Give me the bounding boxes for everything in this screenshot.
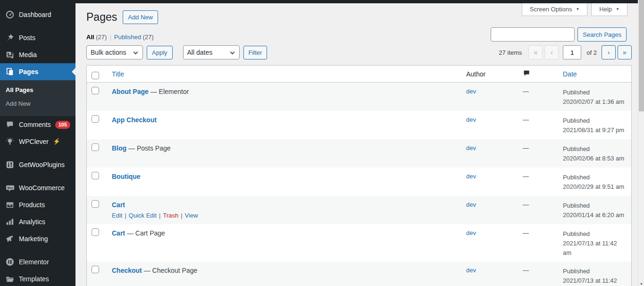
sidebar-item-label: WooCommerce xyxy=(19,184,65,192)
submenu-item-all-pages[interactable]: All Pages xyxy=(0,83,75,97)
filter-button[interactable]: Filter xyxy=(243,46,268,59)
date-value: 2021/07/13 at 11:42 am xyxy=(563,277,617,286)
trash-link[interactable]: Trash xyxy=(163,212,178,219)
submenu-item-label: Add New xyxy=(6,100,31,107)
apply-button[interactable]: Apply xyxy=(147,46,173,59)
status-label: Published xyxy=(563,202,590,209)
status-label: Published xyxy=(563,268,590,275)
author-link[interactable]: dev xyxy=(466,116,476,123)
sidebar-item-dashboard[interactable]: Dashboard xyxy=(0,6,75,23)
author-link[interactable]: dev xyxy=(466,201,476,208)
sidebar-item-label: Analytics xyxy=(19,218,45,226)
first-page-button[interactable]: « xyxy=(528,45,543,59)
table-header-row: Title Author Date xyxy=(87,66,631,83)
comments-value: — xyxy=(518,168,558,196)
scrollbar-thumb[interactable] xyxy=(639,0,644,111)
action-separator: | xyxy=(125,212,126,219)
last-page-button[interactable]: » xyxy=(618,45,632,59)
items-count: 27 items xyxy=(499,49,522,56)
row-checkbox[interactable] xyxy=(92,115,99,123)
row-checkbox[interactable] xyxy=(92,266,99,273)
page-title-link[interactable]: Blog xyxy=(112,144,126,152)
screen-options-label: Screen Options xyxy=(530,6,572,13)
vertical-scrollbar[interactable]: ▼ xyxy=(638,0,644,286)
row-checkbox[interactable] xyxy=(92,87,99,94)
author-link[interactable]: dev xyxy=(466,88,476,95)
page-title-link[interactable]: Cart xyxy=(112,201,125,209)
quick-edit-link[interactable]: Quick Edit xyxy=(129,212,157,219)
author-link[interactable]: dev xyxy=(466,144,476,151)
column-header-title[interactable]: Title xyxy=(107,66,461,83)
status-label: Published xyxy=(563,230,590,237)
author-link[interactable]: dev xyxy=(466,229,476,236)
column-header-date[interactable]: Date xyxy=(558,66,631,83)
sidebar-item-label: Media xyxy=(19,50,37,59)
svg-text:Woo: Woo xyxy=(7,186,13,189)
chevron-down-icon xyxy=(230,50,234,55)
date-cell: Published2020/02/06 at 8:53 am xyxy=(558,139,631,168)
column-header-comments xyxy=(518,66,558,83)
author-link[interactable]: dev xyxy=(466,173,476,180)
page-title-link[interactable]: About Page xyxy=(112,88,149,95)
date-cell: Published2020/02/29 at 9:51 am xyxy=(558,168,631,196)
comment-bubble-icon xyxy=(523,71,530,78)
sidebar-item-pages[interactable]: Pages xyxy=(0,63,75,80)
lightbulb-icon xyxy=(5,137,15,146)
page-title-link[interactable]: Cart xyxy=(112,229,125,237)
current-page-input[interactable] xyxy=(563,45,581,59)
admin-sidebar: Dashboard Posts Media Pages All Pages Ad… xyxy=(0,0,75,286)
date-value: 2020/02/29 at 9:51 am xyxy=(563,183,624,190)
date-value: 2020/02/07 at 1:36 am xyxy=(563,98,624,105)
submenu-item-label: All Pages xyxy=(6,86,33,93)
date-value: 2020/01/14 at 6:20 am xyxy=(563,211,624,219)
comments-icon xyxy=(5,120,15,129)
submenu-item-add-new[interactable]: Add New xyxy=(0,97,75,110)
row-checkbox[interactable] xyxy=(92,200,99,208)
filter-published-link[interactable]: Published (27) xyxy=(114,34,154,41)
comments-value: — xyxy=(518,261,558,286)
page-state-label: — Cart Page xyxy=(125,229,165,237)
sidebar-item-wpclever[interactable]: WPClever⚡ xyxy=(0,133,75,150)
sidebar-item-label: WPClever xyxy=(19,137,49,146)
sidebar-item-getwooplugins[interactable]: GetWooPlugins xyxy=(0,156,75,173)
row-checkbox[interactable] xyxy=(92,172,99,179)
sidebar-item-comments[interactable]: Comments 105 xyxy=(0,116,75,133)
page-title-link[interactable]: Boutique xyxy=(112,173,141,180)
page-title-link[interactable]: Checkout xyxy=(112,267,142,274)
sidebar-item-woocommerce[interactable]: Woo WooCommerce xyxy=(0,179,75,196)
sidebar-item-label: Products xyxy=(19,201,45,209)
author-link[interactable]: dev xyxy=(466,267,476,274)
search-pages-button[interactable]: Search Pages xyxy=(577,27,627,42)
sidebar-item-analytics[interactable]: Analytics xyxy=(0,213,75,230)
add-new-button[interactable]: Add New xyxy=(123,10,158,24)
sidebar-item-posts[interactable]: Posts xyxy=(0,29,75,46)
search-input[interactable] xyxy=(491,27,575,42)
date-cell: Published2020/02/07 at 1:36 am xyxy=(558,83,631,111)
sidebar-item-label: Templates xyxy=(19,275,49,283)
view-link[interactable]: View xyxy=(185,212,198,219)
screen-options-button[interactable]: Screen Options ▼ xyxy=(522,3,588,16)
sidebar-item-marketing[interactable]: Marketing xyxy=(0,230,75,247)
comments-value: — xyxy=(518,83,558,111)
page-title-link[interactable]: App Checkout xyxy=(112,116,157,124)
chevron-down-icon: ▼ xyxy=(576,7,579,11)
sidebar-item-media[interactable]: Media xyxy=(0,46,75,63)
help-button[interactable]: Help ▼ xyxy=(591,3,627,16)
row-checkbox[interactable] xyxy=(92,228,99,236)
bulk-actions-select[interactable]: Bulk actions xyxy=(86,45,143,59)
row-checkbox[interactable] xyxy=(92,143,99,151)
help-label: Help xyxy=(599,6,612,13)
sidebar-item-products[interactable]: Products xyxy=(0,196,75,213)
edit-link[interactable]: Edit xyxy=(112,212,122,219)
dates-filter-select[interactable]: All dates xyxy=(183,45,240,59)
date-cell: Published2021/08/31 at 9:27 pm xyxy=(558,111,631,139)
sidebar-item-templates[interactable]: Templates xyxy=(0,270,75,286)
filter-all-link[interactable]: All (27) xyxy=(86,34,107,41)
select-all-checkbox[interactable] xyxy=(92,72,99,79)
scroll-down-arrow-icon[interactable]: ▼ xyxy=(638,282,644,286)
prev-page-button[interactable]: ‹ xyxy=(544,45,559,59)
date-value: 2021/07/13 at 11:42 am xyxy=(563,240,617,256)
chevron-down-icon xyxy=(134,50,138,55)
next-page-button[interactable]: › xyxy=(602,45,616,59)
sidebar-item-elementor[interactable]: Elementor xyxy=(0,253,75,270)
